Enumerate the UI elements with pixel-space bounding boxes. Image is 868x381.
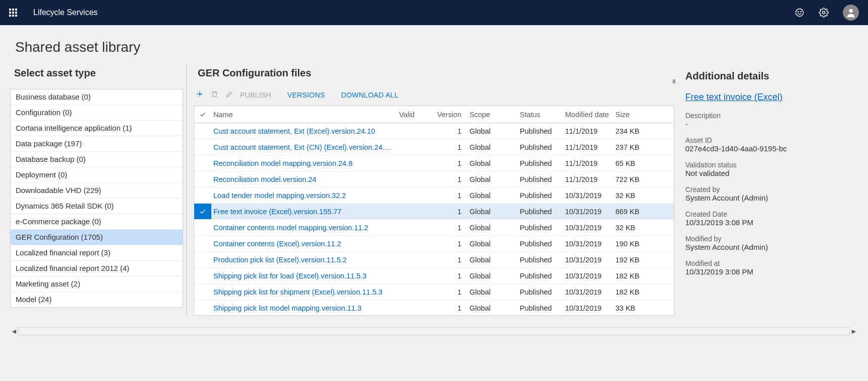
file-name-link[interactable]: Reconciliation model.version.24 [211, 173, 397, 185]
file-name-link[interactable]: Shipping pick list for shipment (Excel).… [211, 286, 397, 298]
splitter-handle[interactable] [673, 79, 675, 83]
cell: 32 KB [613, 222, 674, 234]
file-name-link[interactable]: Shipping pick list model mapping.version… [211, 302, 397, 314]
row-checkbox[interactable] [194, 290, 211, 294]
table-row[interactable]: Container contents model mapping.version… [194, 220, 674, 236]
col-status[interactable]: Status [518, 108, 563, 122]
detail-field: Asset ID027e4cd3-1d40-4aa0-9195-bc [685, 136, 868, 153]
asset-type-item[interactable]: Configuration (0) [11, 105, 183, 121]
cell [397, 177, 432, 181]
app-launcher-icon[interactable] [9, 9, 17, 17]
row-checkbox[interactable] [194, 226, 211, 230]
cell: 869 KB [613, 206, 674, 218]
detail-field: Modified at10/31/2019 3:08 PM [685, 259, 868, 276]
add-icon[interactable] [196, 90, 204, 100]
file-name-link[interactable]: Cust account statement, Ext (Excel).vers… [211, 125, 397, 137]
detail-label: Validation status [685, 161, 868, 169]
cell [397, 290, 432, 294]
user-avatar[interactable] [843, 5, 859, 21]
asset-type-item[interactable]: Downloadable VHD (229) [11, 183, 183, 199]
asset-type-item[interactable]: Cortana intelligence application (1) [11, 121, 183, 136]
asset-title-link[interactable]: Free text invoice (Excel) [685, 92, 868, 103]
table-row[interactable]: Reconciliation model mapping.version.24.… [194, 155, 674, 171]
row-checkbox[interactable] [194, 274, 211, 278]
asset-type-item[interactable]: Deployment (0) [11, 167, 183, 183]
row-checkbox[interactable] [194, 242, 211, 246]
versions-button[interactable]: VERSIONS [287, 91, 325, 99]
file-name-link[interactable]: Container contents (Excel).version.11.2 [211, 238, 397, 250]
svg-point-0 [796, 9, 804, 17]
row-checkbox[interactable] [194, 204, 211, 219]
file-name-link[interactable]: Shipping pick list for load (Excel).vers… [211, 270, 397, 282]
download-all-button[interactable]: DOWNLOAD ALL [341, 91, 399, 99]
asset-type-item[interactable]: Marketing asset (2) [11, 276, 183, 292]
row-checkbox[interactable] [194, 194, 211, 198]
main-area: Select asset type Business database (0)C… [0, 64, 868, 321]
table-row[interactable]: Shipping pick list for load (Excel).vers… [194, 268, 674, 284]
asset-type-item[interactable]: Localized financial report 2012 (4) [11, 261, 183, 276]
table-row[interactable]: Free text invoice (Excel).version.155.77… [194, 204, 674, 220]
cell: Global [467, 254, 518, 266]
detail-field: Validation statusNot validated [685, 161, 868, 177]
asset-type-item[interactable]: GER Configuration (1705) [11, 230, 183, 245]
col-size[interactable]: Size [613, 108, 674, 122]
asset-type-item[interactable]: e-Commerce package (0) [11, 214, 183, 230]
table-row[interactable]: Load tender model mapping.version.32.21G… [194, 187, 674, 204]
cell: Published [518, 141, 563, 153]
row-checkbox[interactable] [194, 258, 211, 262]
edit-icon [225, 90, 233, 100]
row-checkbox[interactable] [194, 161, 211, 165]
table-row[interactable]: Shipping pick list model mapping.version… [194, 300, 674, 315]
cell: 1 [432, 286, 467, 298]
col-modified[interactable]: Modified date [563, 108, 613, 122]
file-name-link[interactable]: Reconciliation model mapping.version.24.… [211, 157, 397, 169]
asset-type-item[interactable]: Dynamics 365 Retail SDK (0) [11, 199, 183, 214]
cell: 1 [432, 254, 467, 266]
col-valid[interactable]: Valid [397, 108, 432, 122]
settings-icon[interactable] [819, 8, 829, 18]
table-row[interactable]: Reconciliation model.version.241GlobalPu… [194, 171, 674, 187]
cell: 11/1/2019 [563, 157, 613, 169]
cell: 10/31/2019 [563, 206, 613, 218]
file-name-link[interactable]: Free text invoice (Excel).version.155.77 [211, 206, 397, 218]
scroll-left-icon[interactable]: ◄ [10, 327, 18, 335]
col-version[interactable]: Version [432, 108, 467, 122]
asset-type-item[interactable]: Localized financial report (3) [11, 245, 183, 261]
scroll-right-icon[interactable]: ► [850, 327, 858, 335]
asset-type-item[interactable]: Data package (197) [11, 136, 183, 152]
file-name-link[interactable]: Cust account statement, Ext (CN) (Excel)… [211, 141, 397, 153]
table-row[interactable]: Cust account statement, Ext (CN) (Excel)… [194, 139, 674, 155]
cell [397, 226, 432, 230]
row-checkbox[interactable] [194, 129, 211, 133]
select-all-icon[interactable] [199, 111, 206, 118]
asset-type-item[interactable]: Database backup (0) [11, 152, 183, 167]
file-name-link[interactable]: Load tender model mapping.version.32.2 [211, 189, 397, 202]
file-name-link[interactable]: Production pick list (Excel).version.11.… [211, 254, 397, 266]
cell: 1 [432, 125, 467, 137]
cell: Global [467, 238, 518, 250]
row-checkbox[interactable] [194, 177, 211, 181]
cell: 190 KB [613, 238, 674, 250]
cell: 182 KB [613, 286, 674, 298]
table-row[interactable]: Cust account statement, Ext (Excel).vers… [194, 123, 674, 139]
cell: 10/31/2019 [563, 286, 613, 298]
cell: Published [518, 189, 563, 202]
horizontal-scrollbar[interactable]: ◄ ► [10, 327, 858, 336]
asset-type-item[interactable]: Model (24) [11, 292, 183, 307]
table-row[interactable]: Container contents (Excel).version.11.21… [194, 236, 674, 252]
detail-field: Created Date10/31/2019 3:08 PM [685, 210, 868, 227]
cell [397, 161, 432, 165]
col-name[interactable]: Name [211, 108, 397, 122]
feedback-icon[interactable] [795, 8, 805, 18]
app-name[interactable]: Lifecycle Services [33, 8, 98, 17]
cell: Published [518, 238, 563, 250]
details-heading: Additional details [685, 67, 868, 92]
table-row[interactable]: Production pick list (Excel).version.11.… [194, 252, 674, 268]
table-row[interactable]: Shipping pick list for shipment (Excel).… [194, 284, 674, 300]
col-scope[interactable]: Scope [467, 108, 518, 122]
asset-type-item[interactable]: Business database (0) [11, 89, 183, 105]
row-checkbox[interactable] [194, 306, 211, 310]
details-panel: Additional details Free text invoice (Ex… [674, 64, 868, 316]
row-checkbox[interactable] [194, 145, 211, 149]
file-name-link[interactable]: Container contents model mapping.version… [211, 222, 397, 234]
